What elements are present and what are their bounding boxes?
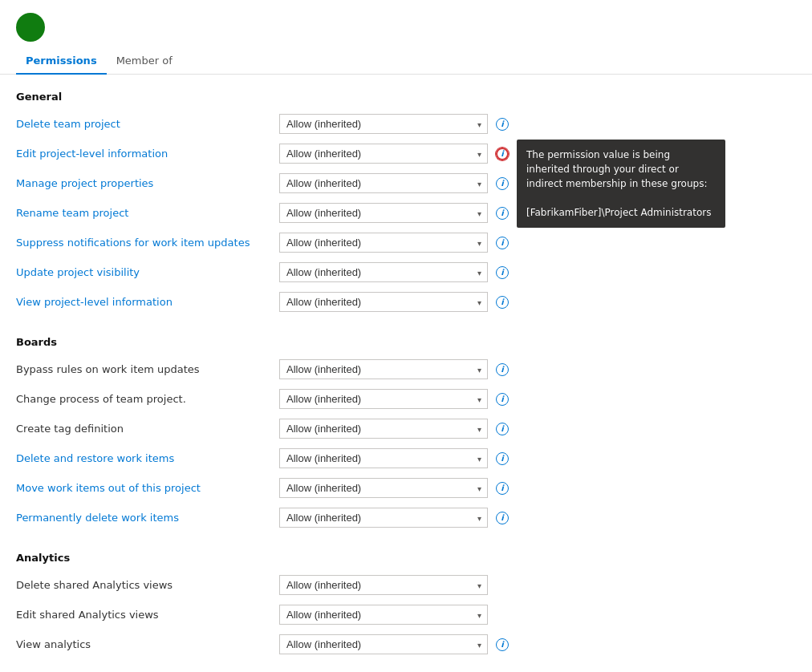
permission-select-delete-team-project[interactable]: Not setAllowAllow (inherited)DenyDeny (i… xyxy=(279,114,488,134)
info-icon-rename-team-project[interactable]: i xyxy=(496,207,509,220)
info-icon-change-process[interactable]: i xyxy=(496,393,509,406)
permission-select-bypass-rules[interactable]: Not setAllowAllow (inherited)DenyDeny (i… xyxy=(279,359,488,379)
info-icon-wrapper-edit-shared-analytics: i xyxy=(494,607,510,623)
section-title-analytics: Analytics xyxy=(16,552,770,564)
permission-row-bypass-rules: Bypass rules on work item updatesNot set… xyxy=(16,354,770,384)
permission-row-update-project-visibility: Update project visibilityNot setAllowAll… xyxy=(16,257,770,287)
permission-label-update-project-visibility[interactable]: Update project visibility xyxy=(16,266,273,278)
permission-select-permanently-delete[interactable]: Not setAllowAllow (inherited)DenyDeny (i… xyxy=(279,508,488,528)
permission-select-manage-project-properties[interactable]: Not setAllowAllow (inherited)DenyDeny (i… xyxy=(279,173,488,193)
info-icon-wrapper-view-analytics[interactable]: i xyxy=(494,637,510,653)
permission-select-suppress-notifications[interactable]: Not setAllowAllow (inherited)DenyDeny (i… xyxy=(279,233,488,253)
permission-label-view-project-level-information[interactable]: View project-level information xyxy=(16,296,273,308)
permission-label-create-tag: Create tag definition xyxy=(16,423,273,435)
info-icon-edit-project-level-information[interactable]: i xyxy=(496,148,509,160)
info-icon-wrapper-delete-shared-analytics: i xyxy=(494,577,510,593)
permission-select-update-project-visibility[interactable]: Not setAllowAllow (inherited)DenyDeny (i… xyxy=(279,262,488,282)
section-title-boards: Boards xyxy=(16,336,770,348)
select-wrapper-edit-project-level-information: Not setAllowAllow (inherited)DenyDeny (i… xyxy=(279,144,488,164)
info-icon-wrapper-update-project-visibility[interactable]: i xyxy=(494,265,510,281)
permission-select-view-analytics[interactable]: Not setAllowAllow (inherited)DenyDeny (i… xyxy=(279,634,488,654)
permission-label-move-work-items[interactable]: Move work items out of this project xyxy=(16,482,273,494)
info-icon-view-analytics[interactable]: i xyxy=(496,638,509,651)
permission-select-delete-restore-work-items[interactable]: Not setAllowAllow (inherited)DenyDeny (i… xyxy=(279,448,488,468)
info-icon-delete-team-project[interactable]: i xyxy=(496,118,509,131)
info-icon-wrapper-permanently-delete[interactable]: i xyxy=(494,510,510,526)
info-icon-bypass-rules[interactable]: i xyxy=(496,363,509,376)
permission-row-delete-shared-analytics: Delete shared Analytics viewsNot setAllo… xyxy=(16,570,770,600)
select-wrapper-view-project-level-information: Not setAllowAllow (inherited)DenyDeny (i… xyxy=(279,292,488,312)
info-icon-wrapper-create-tag[interactable]: i xyxy=(494,421,510,437)
section-analytics: AnalyticsDelete shared Analytics viewsNo… xyxy=(16,552,770,659)
permission-select-view-project-level-information[interactable]: Not setAllowAllow (inherited)DenyDeny (i… xyxy=(279,292,488,312)
select-wrapper-delete-team-project: Not setAllowAllow (inherited)DenyDeny (i… xyxy=(279,114,488,134)
page-container: Permissions Member of GeneralDelete team… xyxy=(0,0,812,672)
info-icon-view-project-level-information[interactable]: i xyxy=(496,296,509,309)
avatar xyxy=(16,13,45,42)
permission-select-edit-shared-analytics[interactable]: Not setAllowAllow (inherited)DenyDeny (i… xyxy=(279,605,488,625)
tab-member-of[interactable]: Member of xyxy=(107,48,182,75)
info-icon-delete-restore-work-items[interactable]: i xyxy=(496,452,509,465)
info-icon-update-project-visibility[interactable]: i xyxy=(496,266,509,279)
info-icon-suppress-notifications[interactable]: i xyxy=(496,237,509,249)
info-icon-permanently-delete[interactable]: i xyxy=(496,512,509,524)
permission-row-manage-project-properties: Manage project propertiesNot setAllowAll… xyxy=(16,168,770,198)
content-area: GeneralDelete team projectNot setAllowAl… xyxy=(0,75,786,672)
permission-label-edit-project-level-information[interactable]: Edit project-level information xyxy=(16,148,273,160)
permission-select-edit-project-level-information[interactable]: Not setAllowAllow (inherited)DenyDeny (i… xyxy=(279,144,488,164)
info-icon-wrapper-view-project-level-information[interactable]: i xyxy=(494,294,510,310)
permission-select-delete-shared-analytics[interactable]: Not setAllowAllow (inherited)DenyDeny (i… xyxy=(279,575,488,595)
permission-row-edit-shared-analytics: Edit shared Analytics viewsNot setAllowA… xyxy=(16,600,770,629)
permission-label-delete-team-project[interactable]: Delete team project xyxy=(16,118,273,130)
select-wrapper-delete-restore-work-items: Not setAllowAllow (inherited)DenyDeny (i… xyxy=(279,448,488,468)
info-icon-wrapper-edit-project-level-information[interactable]: iThe permission value is being inherited… xyxy=(494,146,510,162)
select-wrapper-permanently-delete: Not setAllowAllow (inherited)DenyDeny (i… xyxy=(279,508,488,528)
permission-row-view-project-level-information: View project-level informationNot setAll… xyxy=(16,287,770,317)
select-wrapper-change-process: Not setAllowAllow (inherited)DenyDeny (i… xyxy=(279,389,488,409)
permission-label-manage-project-properties[interactable]: Manage project properties xyxy=(16,177,273,189)
info-icon-wrapper-delete-team-project[interactable]: i xyxy=(494,116,510,132)
select-wrapper-manage-project-properties: Not setAllowAllow (inherited)DenyDeny (i… xyxy=(279,173,488,193)
section-boards: BoardsBypass rules on work item updatesN… xyxy=(16,336,770,532)
permission-row-edit-project-level-information: Edit project-level informationNot setAll… xyxy=(16,139,770,168)
permission-select-rename-team-project[interactable]: Not setAllowAllow (inherited)DenyDeny (i… xyxy=(279,203,488,223)
permission-row-delete-team-project: Delete team projectNot setAllowAllow (in… xyxy=(16,109,770,139)
permission-label-permanently-delete[interactable]: Permanently delete work items xyxy=(16,512,273,524)
section-general: GeneralDelete team projectNot setAllowAl… xyxy=(16,91,770,317)
info-icon-create-tag[interactable]: i xyxy=(496,423,509,435)
permission-row-move-work-items: Move work items out of this projectNot s… xyxy=(16,473,770,503)
header xyxy=(0,0,812,48)
info-icon-move-work-items[interactable]: i xyxy=(496,482,509,495)
permission-label-suppress-notifications[interactable]: Suppress notifications for work item upd… xyxy=(16,237,273,249)
tab-permissions[interactable]: Permissions xyxy=(16,48,107,75)
select-wrapper-view-analytics: Not setAllowAllow (inherited)DenyDeny (i… xyxy=(279,634,488,654)
info-icon-wrapper-move-work-items[interactable]: i xyxy=(494,480,510,496)
permission-label-rename-team-project[interactable]: Rename team project xyxy=(16,207,273,219)
permission-row-permanently-delete: Permanently delete work itemsNot setAllo… xyxy=(16,503,770,532)
permission-row-rename-team-project: Rename team projectNot setAllowAllow (in… xyxy=(16,198,770,228)
info-icon-wrapper-suppress-notifications[interactable]: i xyxy=(494,235,510,251)
permission-label-bypass-rules: Bypass rules on work item updates xyxy=(16,363,273,375)
permission-select-move-work-items[interactable]: Not setAllowAllow (inherited)DenyDeny (i… xyxy=(279,478,488,498)
select-wrapper-rename-team-project: Not setAllowAllow (inherited)DenyDeny (i… xyxy=(279,203,488,223)
info-icon-manage-project-properties[interactable]: i xyxy=(496,177,509,190)
info-icon-wrapper-delete-restore-work-items[interactable]: i xyxy=(494,451,510,467)
permission-row-change-process: Change process of team project.Not setAl… xyxy=(16,384,770,414)
tabs-bar: Permissions Member of xyxy=(0,48,812,75)
select-wrapper-edit-shared-analytics: Not setAllowAllow (inherited)DenyDeny (i… xyxy=(279,605,488,625)
permission-select-create-tag[interactable]: Not setAllowAllow (inherited)DenyDeny (i… xyxy=(279,419,488,439)
permission-label-change-process: Change process of team project. xyxy=(16,393,273,405)
info-icon-wrapper-rename-team-project[interactable]: i xyxy=(494,205,510,221)
info-icon-wrapper-change-process[interactable]: i xyxy=(494,391,510,407)
select-wrapper-bypass-rules: Not setAllowAllow (inherited)DenyDeny (i… xyxy=(279,359,488,379)
info-icon-wrapper-bypass-rules[interactable]: i xyxy=(494,362,510,378)
permission-label-delete-restore-work-items[interactable]: Delete and restore work items xyxy=(16,452,273,464)
permission-label-edit-shared-analytics: Edit shared Analytics views xyxy=(16,609,273,621)
select-wrapper-delete-shared-analytics: Not setAllowAllow (inherited)DenyDeny (i… xyxy=(279,575,488,595)
info-icon-wrapper-manage-project-properties[interactable]: i xyxy=(494,176,510,192)
permission-label-view-analytics: View analytics xyxy=(16,638,273,650)
permission-row-create-tag: Create tag definitionNot setAllowAllow (… xyxy=(16,414,770,443)
permission-row-view-analytics: View analyticsNot setAllowAllow (inherit… xyxy=(16,629,770,659)
permission-row-delete-restore-work-items: Delete and restore work itemsNot setAllo… xyxy=(16,443,770,473)
permission-select-change-process[interactable]: Not setAllowAllow (inherited)DenyDeny (i… xyxy=(279,389,488,409)
